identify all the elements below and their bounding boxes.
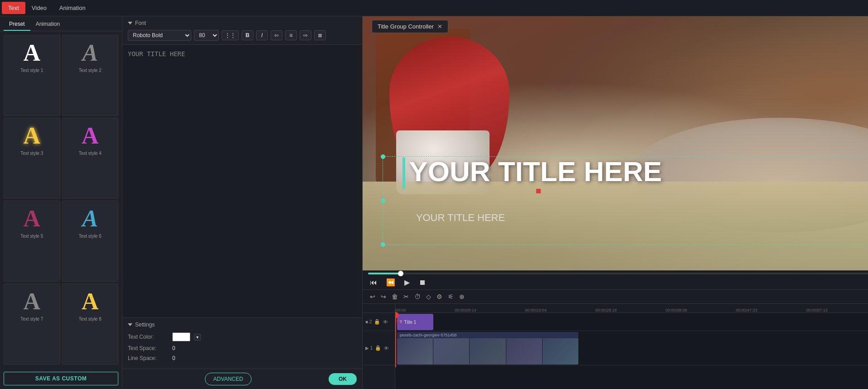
preview-background: Title Group Controller ✕ YOUR (363, 16, 868, 270)
list-item[interactable]: A Text style 7 (4, 283, 60, 365)
video-clip-label: pexels-zachi-georgiev-5751458 (400, 333, 457, 337)
line-space-value: 0 (172, 355, 186, 361)
text-space-label: Text Space: (128, 345, 169, 351)
scissors-marker: ✂ (396, 317, 402, 325)
text-space-row: Text Space: 0 (128, 345, 357, 351)
timeline-toolbar: ↩ ↪ 🗑 ✂ ⏱ ◇ ⚙ ⚟ ⊕ ⚙ 🛡 🎤 ✦ ▦ － (363, 290, 868, 304)
style-label-1: Text style 1 (20, 68, 43, 73)
text-color-swatch[interactable] (172, 332, 190, 341)
text-space-value: 0 (172, 345, 186, 351)
title-sub-text: YOUR TITLE HERE (416, 212, 505, 224)
keyframe-button[interactable]: ◇ (424, 292, 433, 301)
skip-back-button[interactable]: ⏮ (368, 278, 379, 288)
font-align-right-button[interactable]: ⇨ (300, 30, 311, 40)
timeline-body: ■ 2 🔒 👁 ▶ 1 🔒 👁 (363, 304, 868, 389)
font-justify-button[interactable]: ≣ (314, 30, 326, 40)
preview-area: Title Group Controller ✕ YOUR (363, 16, 868, 270)
title-main-text: YOUR TITLE HERE (402, 156, 662, 190)
thumb-4 (506, 338, 543, 365)
font-align-center-button[interactable]: ≡ (285, 30, 297, 40)
font-size-select[interactable]: 80 (194, 30, 219, 41)
tab-animation-left[interactable]: Animation (30, 18, 65, 31)
ruler-line-1 (466, 309, 466, 312)
multitrack-button[interactable]: ⚟ (446, 292, 456, 301)
bottom-area: Title Group Controller ✕ YOUR (363, 16, 868, 389)
settings-section-header[interactable]: Settings (128, 322, 357, 328)
list-item[interactable]: A Text style 4 (62, 118, 119, 199)
title-clip-label: Title 1 (404, 320, 417, 325)
redo-button[interactable]: ↪ (379, 292, 388, 301)
title-clip[interactable]: T Title 1 (397, 314, 433, 330)
font-align-left-button[interactable]: ⇦ (271, 30, 282, 40)
right-panel: Title Group Controller ✕ YOUR (363, 16, 868, 289)
undo-button[interactable]: ↩ (368, 292, 377, 301)
sliders-button[interactable]: ⚙ (435, 292, 444, 301)
advanced-button[interactable]: ADVANCED (205, 373, 252, 385)
track-lock-button-1[interactable]: 🔒 (374, 345, 382, 351)
ruler-spacer (363, 304, 395, 313)
tab-video[interactable]: Video (25, 2, 53, 14)
track-number-2: ■ 2 (365, 319, 372, 324)
ruler-line-3 (606, 309, 606, 312)
tab-text[interactable]: Text (2, 2, 25, 14)
font-bold-button[interactable]: B (242, 30, 253, 40)
style-preview-6: A (72, 205, 108, 232)
style-preview-2: A (72, 39, 108, 66)
save-as-custom-button[interactable]: SAVE AS CUSTOM (4, 372, 118, 385)
style-preview-4: A (72, 122, 108, 149)
tab-animation[interactable]: Animation (53, 2, 92, 14)
left-panel: Preset Animation A Text style 1 A Text s… (0, 16, 122, 389)
progress-thumb[interactable] (398, 271, 403, 276)
ruler-line-2 (536, 309, 536, 312)
play-button[interactable]: ▶ (402, 277, 412, 288)
video-thumbnails (397, 338, 578, 365)
timeline-tracks-header: ■ 2 🔒 👁 ▶ 1 🔒 👁 (363, 304, 395, 389)
font-collapse-arrow[interactable] (128, 22, 132, 24)
text-color-row: Text Color: ▾ (128, 332, 357, 341)
track-lock-button-2[interactable]: 🔒 (373, 318, 381, 325)
font-section-label: Font (135, 20, 146, 26)
list-item[interactable]: A Text style 3 (4, 118, 60, 199)
tooltip-close-icon[interactable]: ✕ (437, 23, 442, 30)
style-preview-8: A (72, 288, 108, 315)
settings-collapse-arrow[interactable] (128, 323, 132, 326)
track-eye-button-1[interactable]: 👁 (383, 345, 389, 351)
font-name-select[interactable]: Roboto Bold (128, 30, 191, 41)
list-item[interactable]: A Text style 5 (4, 201, 60, 282)
style-label-6: Text style 6 (79, 234, 102, 239)
settings-section: Settings Text Color: ▾ Text Space: 0 Lin… (122, 317, 362, 369)
list-item[interactable]: A Text style 6 (62, 201, 119, 282)
ok-button[interactable]: OK (329, 373, 357, 385)
progress-fill (368, 273, 401, 274)
title-text-input[interactable]: YOUR TITLE HERE (122, 45, 362, 317)
list-item[interactable]: A Text style 1 (4, 35, 60, 116)
tab-preset[interactable]: Preset (4, 18, 30, 31)
cut-button[interactable]: ✂ (402, 292, 411, 301)
styles-grid: A Text style 1 A Text style 2 A Text sty… (0, 31, 122, 368)
thumb-1 (397, 338, 433, 365)
track-label-2: ■ 2 🔒 👁 (363, 313, 395, 331)
main-layout: Preset Animation A Text style 1 A Text s… (0, 16, 868, 389)
list-item[interactable]: A Text style 8 (62, 283, 119, 365)
top-nav: Text Video Animation (0, 0, 868, 16)
track-row-1: pexels-zachi-georgiev-5751458 (395, 331, 868, 365)
ground (363, 182, 868, 270)
ruler-line-5 (747, 309, 747, 312)
track-label-1: ▶ 1 🔒 👁 (363, 331, 395, 365)
track-eye-button-2[interactable]: 👁 (383, 319, 388, 325)
font-italic-button[interactable]: I (256, 30, 268, 40)
stop-button[interactable]: ⏹ (417, 278, 428, 288)
red-dot-marker (536, 189, 541, 193)
text-color-dropdown-button[interactable]: ▾ (194, 334, 201, 341)
video-clip[interactable]: pexels-zachi-georgiev-5751458 (397, 332, 578, 365)
playback-bar: { } 00:00:02:00 ⏮ ⏪ ▶ ⏹ Full (363, 270, 868, 289)
time-button[interactable]: ⏱ (412, 292, 422, 301)
progress-bar[interactable]: { } 00:00:02:00 (368, 273, 868, 274)
step-back-button[interactable]: ⏪ (384, 277, 397, 288)
left-panel-tabs: Preset Animation (0, 16, 122, 31)
font-columns-button[interactable]: ⋮⋮ (222, 30, 239, 40)
delete-button[interactable]: 🗑 (390, 292, 400, 301)
track-add-button[interactable]: ⊕ (457, 292, 466, 301)
list-item[interactable]: A Text style 2 (62, 35, 119, 116)
text-color-label: Text Color: (128, 334, 169, 340)
